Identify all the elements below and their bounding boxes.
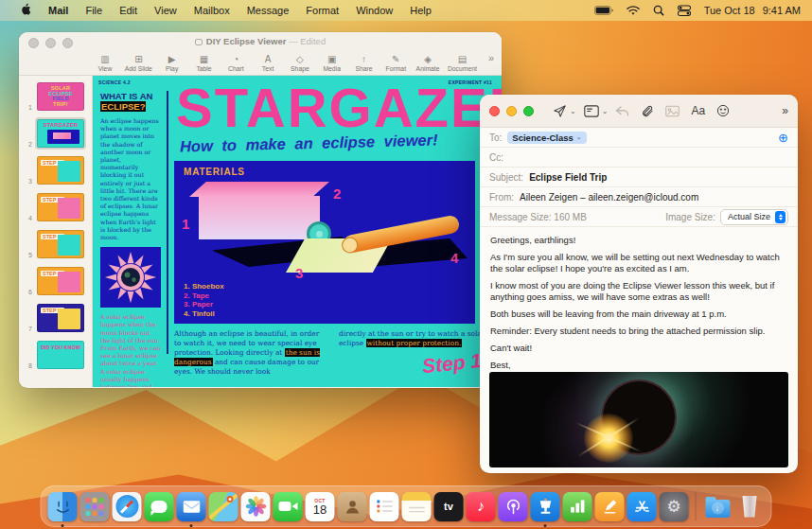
slide-paragraph-2: A solar eclipse happens when the moon bl… [100, 313, 161, 387]
send-options-chevron-icon[interactable]: ⌄ [570, 107, 576, 115]
menu-item-mailbox[interactable]: Mailbox [185, 5, 238, 16]
shape-icon: ◇ [296, 55, 304, 64]
dock-icon-appstore[interactable] [627, 492, 657, 521]
mail-body-paragraph: Both buses will be leaving from the main… [490, 309, 787, 320]
emoji-icon[interactable] [716, 104, 730, 117]
dock-icon-settings[interactable]: ⚙ [660, 492, 689, 521]
dock-icon-pages[interactable] [595, 492, 625, 521]
menu-time[interactable]: 9:41 AM [763, 5, 801, 16]
dock-icon-safari[interactable] [113, 492, 142, 521]
recipient-token[interactable]: Science-Class⌄ [507, 132, 586, 144]
dock-icon-music[interactable]: ♪ [467, 492, 496, 521]
to-field[interactable]: To: Science-Class⌄ ⊕ [480, 128, 798, 148]
toolbar-button-play[interactable]: ▶Play [160, 55, 185, 72]
keynote-title: DIY Eclipse Viewer — Edited [19, 36, 502, 46]
dock-icon-mail[interactable] [177, 492, 206, 521]
zoom-button[interactable] [523, 106, 534, 116]
menu-app-name[interactable]: Mail [40, 5, 77, 16]
token-chevron-icon: ⌄ [576, 133, 582, 141]
toolbar-button-shape[interactable]: ◇Shape [288, 55, 312, 72]
keynote-title-text: DIY Eclipse Viewer [206, 36, 287, 46]
materials-box[interactable]: MATERIALS 1 2 3 4 1. Shoebox2 [174, 161, 475, 324]
slide-title[interactable]: STARGAZER [176, 76, 502, 139]
dock-icon-notes[interactable] [402, 492, 432, 521]
toolbar-button-add-slide[interactable]: ⊞Add Slide [125, 55, 152, 72]
minimize-button[interactable] [506, 106, 517, 116]
attach-icon[interactable] [641, 104, 654, 117]
slide-number: 1 [19, 104, 32, 113]
more-icon[interactable]: » [782, 104, 788, 117]
slide-thumbnail-6[interactable]: STEP 4: [35, 265, 86, 297]
header-fields-icon[interactable] [584, 105, 599, 117]
subject-field[interactable]: Subject: Eclipse Field Trip [480, 168, 798, 187]
toolbar-button-share[interactable]: ↑Share [351, 55, 376, 72]
dock-icon-maps[interactable] [209, 492, 238, 521]
menu-item-view[interactable]: View [146, 5, 185, 16]
slide-thumbnail-7[interactable]: STEP 5: [35, 302, 86, 334]
from-field[interactable]: From: Aileen Zeigen – aileen.zeigen@iclo… [480, 187, 798, 207]
toolbar-button-table[interactable]: ▦Table [192, 55, 217, 72]
cc-field[interactable]: Cc: [480, 148, 798, 168]
menu-item-file[interactable]: File [77, 5, 111, 16]
spotlight-search-icon[interactable] [653, 5, 664, 16]
mail-compose-window[interactable]: ⌄ ⌄ Aa » To: Science-Class⌄ ⊕ Cc: Subjec… [480, 95, 798, 473]
slide-left-column[interactable]: WHAT IS AN ECLIPSE? An eclipse happens w… [100, 92, 161, 387]
toolbar-button-text[interactable]: AText [256, 55, 280, 72]
menu-item-message[interactable]: Message [238, 5, 298, 16]
toolbar-button-view[interactable]: ▥View [93, 55, 117, 72]
dock-icon-launchpad[interactable] [80, 492, 110, 521]
message-body[interactable]: Greetings, earthlings!As I'm sure you al… [480, 227, 798, 382]
toolbar-button-animate[interactable]: ◈Animate [415, 55, 440, 72]
toolbar-button-format[interactable]: ✎Format [383, 55, 408, 72]
dock-icon-tv[interactable]: tv [434, 492, 464, 521]
slide-canvas[interactable]: SCIENCE 4.2 EXPERIMENT #11 WHAT IS AN EC… [93, 76, 502, 387]
apple-menu[interactable] [11, 3, 40, 18]
header-fields-chevron-icon[interactable]: ⌄ [602, 107, 609, 115]
menu-item-format[interactable]: Format [297, 5, 347, 16]
menu-item-edit[interactable]: Edit [111, 5, 146, 16]
slide-thumbnail-1[interactable]: SOLARECLIPSEFIELDTRIP! [35, 80, 86, 113]
battery-icon[interactable] [594, 6, 613, 15]
dock-icon-trash[interactable] [735, 492, 765, 521]
format-icon[interactable]: Aa [691, 104, 705, 117]
close-button[interactable] [489, 106, 500, 116]
slide-number: 6 [19, 289, 32, 297]
subject-value: Eclipse Field Trip [529, 172, 607, 183]
animate-icon: ◈ [424, 55, 432, 64]
materials-list-item: 4. Tinfoil [184, 309, 224, 319]
dock-icon-messages[interactable] [145, 492, 174, 521]
slide-thumbnail-5[interactable]: STEP 3: [35, 228, 86, 260]
subject-label: Subject: [489, 172, 523, 183]
wifi-icon[interactable] [627, 6, 640, 16]
slide-thumbnail-8[interactable]: DID YOU KNOW [35, 339, 86, 371]
toolbar-overflow-chevron-icon[interactable]: » [488, 52, 494, 63]
toolbar-button-document[interactable]: ▤Document [448, 55, 477, 72]
dock-icon-keynote[interactable] [531, 492, 560, 521]
slide-thumbnail-2[interactable]: STARGAZER [35, 117, 86, 150]
add-recipient-icon[interactable]: ⊕ [778, 132, 788, 144]
dock-icon-reminders[interactable] [370, 492, 399, 521]
menu-item-window[interactable]: Window [347, 5, 401, 16]
slide-thumbnail-3[interactable]: STEP 1: [35, 154, 86, 186]
toolbar-button-chart[interactable]: ◔Chart [223, 55, 248, 72]
dock-icon-calendar[interactable]: OCT18 [306, 492, 335, 521]
send-icon[interactable] [553, 104, 567, 118]
slide-row-5: 5STEP 3: [19, 228, 92, 260]
menu-date[interactable]: Tue Oct 18 [704, 5, 755, 16]
dock-icon-numbers[interactable] [563, 492, 592, 521]
dock-icon-contacts[interactable] [338, 492, 367, 521]
toolbar-button-media[interactable]: ▣Media [320, 55, 344, 72]
from-label: From: [489, 192, 514, 203]
eclipse-photo-attachment[interactable] [489, 372, 788, 467]
slide-thumbnail-4[interactable]: STEP 2: [35, 191, 86, 223]
dock-icon-podcasts[interactable] [499, 492, 528, 521]
dock-icon-downloads[interactable]: ↓ [703, 492, 733, 521]
dock-icon-photos[interactable] [241, 492, 271, 521]
menu-item-help[interactable]: Help [401, 5, 440, 16]
dock-icon-facetime[interactable] [274, 492, 303, 521]
control-center-icon[interactable] [678, 5, 691, 16]
size-field: Message Size: 160 MB Image Size: Actual … [480, 207, 798, 227]
keynote-window[interactable]: DIY Eclipse Viewer — Edited ▥View⊞Add Sl… [19, 32, 502, 388]
dock-icon-finder[interactable] [48, 492, 78, 521]
image-size-select[interactable]: Actual Size [720, 209, 788, 225]
